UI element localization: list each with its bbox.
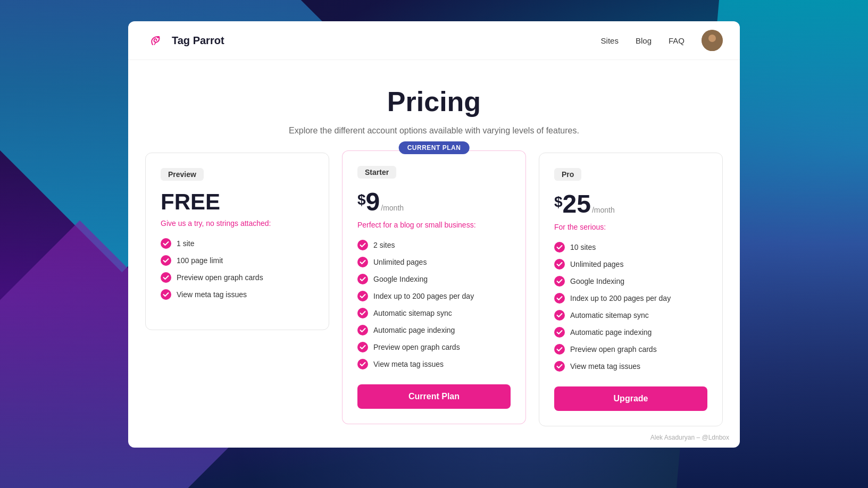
check-icon [357, 257, 368, 267]
feature-text: Preview open graph cards [177, 273, 263, 282]
svg-point-1 [157, 36, 159, 38]
check-icon [161, 238, 171, 249]
svg-point-19 [554, 276, 565, 287]
svg-point-21 [554, 310, 565, 321]
pricing-grid: Preview FREE Give us a try, no strings a… [128, 153, 740, 426]
plan-preview: Preview FREE Give us a try, no strings a… [145, 153, 329, 330]
svg-point-23 [554, 344, 565, 355]
plan-pro-label: Pro [554, 168, 581, 181]
plan-starter-price: $9/month [357, 187, 511, 216]
feature-text: Automatic sitemap sync [373, 309, 452, 317]
plan-pro-description: For the serious: [554, 223, 707, 231]
check-icon [357, 274, 368, 284]
feature-text: Preview open graph cards [373, 343, 460, 351]
plan-preview-features: 1 site 100 page limit [161, 238, 314, 300]
feature-text: Index up to 200 pages per day [373, 292, 474, 300]
plan-starter-description: Perfect for a blog or small business: [357, 221, 511, 229]
feature-item: Preview open graph cards [357, 342, 511, 352]
feature-item: Google Indexing [554, 276, 707, 287]
plan-preview-description: Give us a try, no strings attached: [161, 219, 314, 228]
check-icon [554, 344, 565, 355]
check-icon [554, 293, 565, 304]
nav-sites[interactable]: Sites [601, 36, 619, 45]
feature-text: Unlimited pages [373, 258, 427, 266]
feature-text: Google Indexing [570, 277, 624, 285]
logo-area: Tag Parrot [145, 30, 224, 51]
feature-item: Preview open graph cards [161, 272, 314, 283]
feature-item: Unlimited pages [554, 259, 707, 270]
hero-section: Pricing Explore the different account op… [128, 60, 740, 153]
plan-pro: Pro $25/month For the serious: 10 sites … [539, 153, 723, 426]
plan-starter-dollar: $ [357, 191, 366, 208]
plan-pro-features: 10 sites Unlimited pages Google Indexing… [554, 242, 707, 372]
svg-point-16 [357, 359, 368, 369]
check-icon [554, 242, 565, 253]
check-icon [161, 289, 171, 300]
svg-point-14 [357, 325, 368, 335]
plan-starter-label: Starter [357, 166, 396, 179]
svg-point-18 [554, 259, 565, 270]
check-icon [554, 327, 565, 338]
feature-text: 100 page limit [177, 256, 223, 265]
plan-preview-label: Preview [161, 168, 204, 181]
check-icon [554, 361, 565, 372]
nav-links: Sites Blog FAQ [601, 30, 723, 51]
plan-pro-amount: 25 [563, 190, 591, 218]
nav-faq[interactable]: FAQ [669, 36, 685, 45]
svg-point-15 [357, 342, 368, 352]
feature-text: Google Indexing [373, 275, 428, 283]
feature-item: 10 sites [554, 242, 707, 253]
svg-point-17 [554, 242, 565, 253]
current-plan-button[interactable]: Current Plan [357, 384, 511, 409]
plan-preview-price-display: FREE [161, 189, 220, 214]
feature-item: 100 page limit [161, 255, 314, 266]
check-icon [554, 259, 565, 270]
feature-text: Index up to 200 pages per day [570, 294, 671, 302]
check-icon [554, 310, 565, 321]
feature-item: View meta tag issues [357, 359, 511, 369]
check-icon [554, 276, 565, 287]
brand-name: Tag Parrot [172, 35, 224, 47]
feature-item: 2 sites [357, 240, 511, 250]
plan-starter-amount: 9 [366, 188, 380, 216]
feature-item: Index up to 200 pages per day [554, 293, 707, 304]
svg-point-20 [554, 293, 565, 304]
svg-point-13 [357, 308, 368, 318]
feature-text: Preview open graph cards [570, 345, 657, 354]
svg-point-8 [161, 289, 171, 300]
feature-text: 1 site [177, 239, 194, 248]
feature-text: View meta tag issues [570, 362, 640, 371]
svg-point-3 [708, 35, 716, 42]
feature-item: Index up to 200 pages per day [357, 291, 511, 301]
feature-item: Unlimited pages [357, 257, 511, 267]
check-icon [357, 342, 368, 352]
check-icon [161, 272, 171, 283]
plan-preview-price: FREE [161, 189, 314, 215]
feature-item: Google Indexing [357, 274, 511, 284]
svg-point-9 [357, 240, 368, 250]
upgrade-button[interactable]: Upgrade [554, 386, 707, 411]
logo-icon [145, 30, 166, 51]
check-icon [357, 291, 368, 301]
svg-point-24 [554, 361, 565, 372]
check-icon [357, 308, 368, 318]
check-icon [357, 325, 368, 335]
check-icon [357, 240, 368, 250]
feature-text: Automatic sitemap sync [570, 311, 649, 319]
feature-item: Automatic page indexing [357, 325, 511, 335]
plan-starter-period: /month [381, 204, 404, 212]
feature-text: View meta tag issues [373, 360, 444, 368]
feature-text: Automatic page indexing [373, 326, 455, 334]
user-avatar[interactable] [702, 30, 723, 51]
page-title: Pricing [139, 86, 729, 117]
page-card: Tag Parrot Sites Blog FAQ Pricing Explor… [128, 21, 740, 448]
feature-text: Unlimited pages [570, 260, 623, 268]
plan-starter: CURRENT PLAN Starter $9/month Perfect fo… [342, 150, 526, 424]
footer-credit: Alek Asaduryan – @Ldnbox [650, 434, 729, 441]
nav-blog[interactable]: Blog [636, 36, 652, 45]
plan-starter-features: 2 sites Unlimited pages Google Indexing … [357, 240, 511, 369]
check-icon [357, 359, 368, 369]
svg-point-6 [161, 255, 171, 266]
feature-text: Automatic page indexing [570, 328, 652, 336]
svg-point-7 [161, 272, 171, 283]
